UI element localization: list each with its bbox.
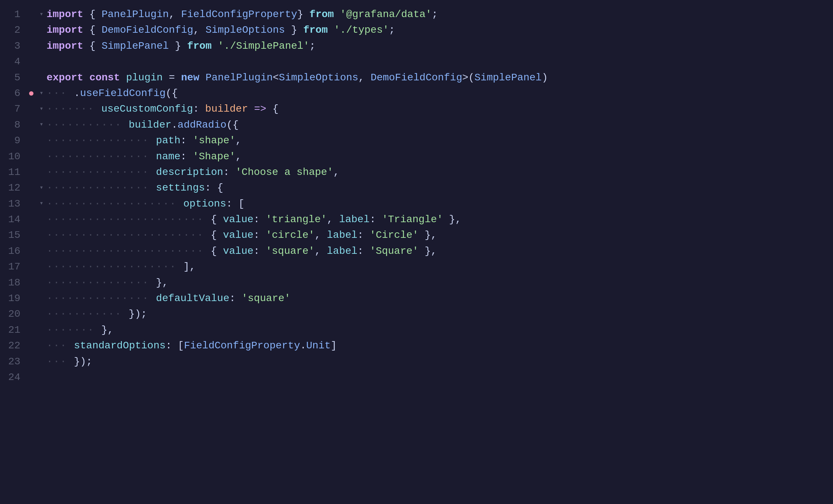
indent-dots: ···············	[47, 164, 156, 180]
token-property: description	[156, 164, 223, 180]
code-line: ··············· description: 'Choose a s…	[29, 164, 833, 180]
token-punctuation	[328, 22, 334, 38]
indent-dots: ·······················	[47, 243, 211, 259]
token-string-val: 'Circle'	[370, 227, 418, 243]
token-punctuation: .	[171, 117, 178, 133]
token-punctuation: >(	[462, 70, 475, 85]
token-punctuation: .	[74, 85, 80, 101]
token-punctuation: ,	[315, 227, 327, 243]
token-punctuation: }	[169, 38, 187, 54]
indent-dots: ···············	[47, 275, 156, 291]
token-class-name: SimpleOptions	[279, 70, 358, 85]
indent-dots: ·······	[47, 101, 101, 117]
token-punctuation: ,	[235, 133, 242, 148]
code-line: import { PanelPlugin, FieldConfigPropert…	[29, 7, 833, 22]
indent-dots: ···········	[47, 306, 129, 322]
token-punctuation: ,	[358, 70, 371, 85]
token-string-val: 'shape'	[193, 133, 236, 148]
code-line: ······· useCustomConfig: builder => {	[29, 101, 833, 117]
code-line: ··············· path: 'shape',	[29, 133, 833, 148]
code-line: ··· standardOptions: [FieldConfigPropert…	[29, 338, 833, 353]
token-punctuation: {	[211, 212, 223, 227]
token-punctuation: <	[273, 70, 279, 85]
token-kw-from: from	[187, 38, 212, 54]
token-kw-new: new	[181, 70, 199, 85]
token-method-name: addRadio	[178, 117, 226, 133]
line-number: 9	[7, 133, 20, 148]
indent-dots: ···················	[47, 259, 183, 275]
line-number: 12	[7, 180, 20, 196]
fold-arrow-open[interactable]	[36, 104, 47, 114]
token-module-name: '@grafana/data'	[340, 7, 432, 22]
token-property: value	[223, 227, 254, 243]
token-punctuation: },	[443, 212, 461, 227]
code-line	[29, 54, 833, 69]
line-number: 8	[7, 117, 20, 133]
token-string-val: 'Choose a shape'	[235, 164, 333, 180]
token-punctuation: },	[156, 275, 168, 291]
code-line: ··········· });	[29, 306, 833, 322]
token-module-name: './types'	[334, 22, 389, 38]
indent-dots: ···········	[47, 117, 129, 133]
token-punctuation: },	[419, 243, 437, 259]
line-number: 2	[7, 22, 20, 38]
code-line: ··············· name: 'Shape',	[29, 149, 833, 164]
token-string-val: 'Square'	[370, 243, 418, 259]
line-number: 15	[7, 227, 20, 243]
line-number: 4	[7, 54, 20, 69]
code-editor: 123456789101112131415161718192021222324 …	[0, 0, 833, 504]
line-number: 24	[7, 369, 20, 385]
fold-arrow-open[interactable]	[36, 120, 47, 130]
token-punctuation: ;	[310, 38, 316, 54]
line-number: 14	[7, 212, 20, 227]
indent-dots: ·······················	[47, 227, 211, 243]
code-line: ······················· { value: 'circle…	[29, 227, 833, 243]
token-property: plugin	[126, 70, 163, 85]
token-string-val: 'circle'	[266, 227, 315, 243]
token-punctuation: : [	[166, 338, 184, 353]
token-punctuation	[334, 7, 340, 22]
token-punctuation: :	[370, 212, 382, 227]
line-number: 23	[7, 354, 20, 369]
token-arrow: =>	[254, 101, 267, 117]
code-line: ··········· builder.addRadio({	[29, 117, 833, 133]
token-punctuation: ;	[432, 7, 438, 22]
code-line: ··············· settings: {	[29, 180, 833, 196]
code-line: ······················· { value: 'square…	[29, 243, 833, 259]
token-punctuation	[248, 101, 254, 117]
line-number: 18	[7, 275, 20, 291]
token-punctuation: ;	[389, 22, 395, 38]
token-kw-const: const	[89, 70, 120, 85]
token-punctuation: :	[254, 227, 266, 243]
line-number: 3	[7, 38, 20, 54]
line-number: 17	[7, 259, 20, 275]
code-line: ··············· defaultValue: 'square'	[29, 291, 833, 306]
code-line: ··· .useFieldConfig({	[29, 85, 833, 101]
line-number: 21	[7, 322, 20, 338]
indent-dots: ···	[47, 354, 74, 369]
token-punctuation: },	[101, 322, 113, 338]
fold-arrow-open[interactable]	[36, 88, 47, 99]
token-punctuation: : [	[226, 196, 244, 212]
token-punctuation: ,	[333, 164, 339, 180]
fold-arrow-open[interactable]	[36, 9, 47, 20]
token-method-name: useFieldConfig	[80, 85, 166, 101]
token-punctuation: }	[285, 22, 303, 38]
token-punctuation	[212, 38, 218, 54]
indent-dots: ···············	[47, 180, 156, 196]
fold-arrow-open[interactable]	[36, 199, 47, 209]
token-property: value	[223, 212, 254, 227]
token-property: name	[156, 149, 180, 164]
indent-dots: ···················	[47, 196, 183, 212]
token-punctuation: }	[297, 7, 310, 22]
token-module-name: './SimplePanel'	[218, 38, 310, 54]
token-string-val: 'square'	[266, 243, 315, 259]
indent-dots: ·······	[47, 322, 101, 338]
line-number: 11	[7, 164, 20, 180]
code-line: ··············· },	[29, 275, 833, 291]
token-punctuation: :	[254, 212, 266, 227]
fold-arrow-open[interactable]	[36, 183, 47, 193]
token-property: options	[183, 196, 226, 212]
token-class-name: FieldConfigProperty	[184, 338, 300, 353]
token-string-val: 'Triangle'	[382, 212, 443, 227]
